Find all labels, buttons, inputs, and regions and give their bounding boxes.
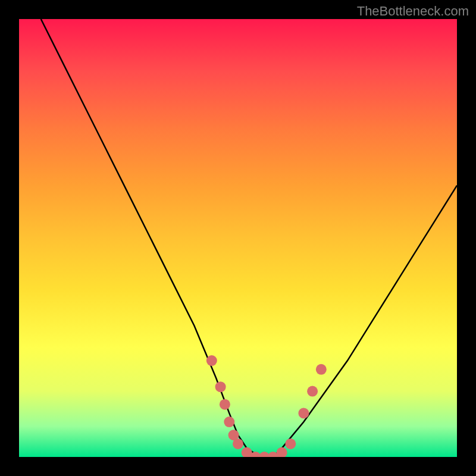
chart-frame [0, 0, 476, 476]
watermark-text: TheBottleneck.com [357, 4, 469, 19]
